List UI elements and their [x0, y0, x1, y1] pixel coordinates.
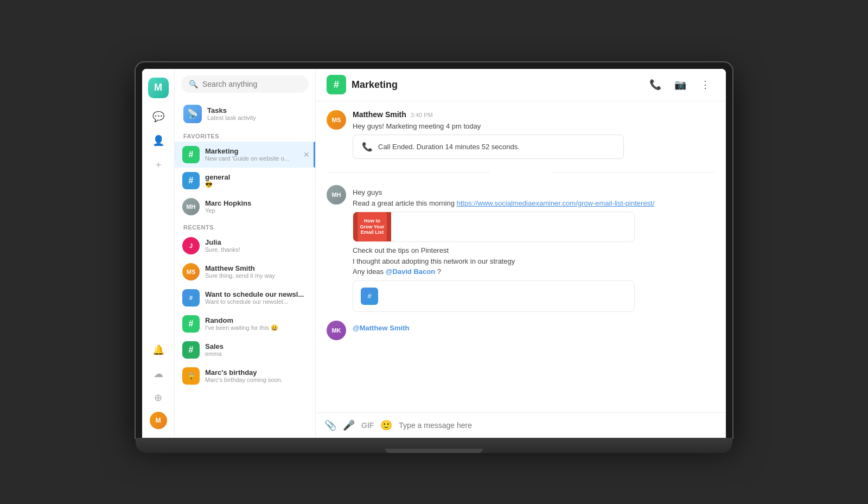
birthday-text: Marc's birthday Marc's birthday coming s…: [205, 368, 283, 383]
favorites-label: FAVORITES: [175, 129, 315, 142]
marc-msg-content: Hey guys Read a great article this morni…: [353, 185, 715, 312]
julia-text: Julia Sure, thanks!: [205, 238, 240, 253]
matthew-mention: @Matthew Smith: [353, 324, 409, 332]
marc-hopkins-text: Marc Hopkins Yep: [205, 199, 251, 214]
sidebar-item-random[interactable]: # Random I've been waiting for this 😀: [175, 311, 315, 337]
message-group-maksym: MK @Matthew Smith: [327, 321, 715, 340]
david-mention: @David Bacon: [386, 267, 435, 276]
chat-area: # Marketing 📞 📷 ⋮ MS Matthew Smith: [316, 69, 726, 438]
marc-msg-line4: I thought about adopting this network in…: [353, 256, 715, 267]
active-indicator: [314, 142, 315, 168]
microphone-icon[interactable]: 🎤: [343, 419, 355, 431]
marc-msg-avatar: MH: [327, 185, 346, 205]
matthew-msg-content: Matthew Smith 3:40 PM Hey guys! Marketin…: [353, 110, 715, 160]
sidebar-item-birthday[interactable]: 🔒 Marc's birthday Marc's birthday coming…: [175, 363, 315, 389]
chat-input-area: 📎 🎤 GIF 🙂: [316, 412, 726, 438]
birthday-icon: 🔒: [182, 367, 200, 385]
marketing-channel-text: Marketing New card 'Guide on website o..…: [205, 147, 289, 162]
chat-messages: MS Matthew Smith 3:40 PM Hey guys! Marke…: [316, 101, 726, 412]
task-card: #: [353, 280, 635, 312]
more-options-button[interactable]: ⋮: [695, 75, 715, 94]
user-avatar[interactable]: M: [148, 78, 169, 98]
tasks-icon: 📡: [183, 105, 202, 123]
channel-header-icon: #: [327, 75, 346, 94]
maksym-msg-avatar: MK: [327, 321, 346, 340]
icon-rail: M 💬 👤 ＋ 🔔 ☁ ⊕ M: [142, 69, 175, 438]
tasks-title: Tasks: [207, 106, 256, 114]
call-ended-text: Call Ended. Duration 14 minutes 52 secon…: [378, 143, 520, 151]
gif-icon[interactable]: GIF: [361, 421, 374, 430]
message-group-marc: MH Hey guys Read a great article this mo…: [327, 185, 715, 312]
matthew-sender-name: Matthew Smith: [353, 110, 406, 119]
help-icon[interactable]: ⊕: [149, 388, 168, 407]
chat-title: Marketing: [352, 79, 398, 91]
sidebar-item-marc-hopkins[interactable]: MH Marc Hopkins Yep: [175, 194, 315, 220]
task-card-icon: #: [361, 288, 378, 305]
laptop-base: [136, 438, 732, 453]
maksym-msg-content: @Matthew Smith: [353, 321, 715, 334]
laptop-wrapper: M 💬 👤 ＋ 🔔 ☁ ⊕ M 🔍: [136, 62, 732, 453]
sidebar: 🔍 📡 Tasks Latest task activity FAVORITES: [175, 69, 316, 438]
sidebar-item-sales[interactable]: # Sales emma: [175, 337, 315, 363]
close-marketing-button[interactable]: ✕: [303, 150, 310, 159]
general-channel-text: general 😎: [205, 173, 230, 188]
notifications-icon[interactable]: 🔔: [149, 340, 168, 360]
matthew-text: Matthew Smith Sure thing, send it my way: [205, 264, 275, 279]
video-button[interactable]: 📷: [671, 75, 690, 94]
marc-msg-line3: Check out the tips on Pinterest: [353, 245, 715, 256]
sidebar-item-julia[interactable]: J Julia Sure, thanks!: [175, 233, 315, 259]
day-divider: [327, 168, 715, 176]
general-hash-icon: #: [182, 172, 200, 189]
newsletter-avatar: #: [182, 289, 200, 307]
sidebar-item-matthew[interactable]: MS Matthew Smith Sure thing, send it my …: [175, 259, 315, 285]
tasks-subtitle: Latest task activity: [207, 114, 256, 121]
search-input[interactable]: [202, 80, 301, 88]
downloads-icon[interactable]: ☁: [149, 364, 168, 384]
chat-header: # Marketing 📞 📷 ⋮: [316, 69, 726, 101]
call-ended-box: 📞 Call Ended. Duration 14 minutes 52 sec…: [353, 135, 624, 159]
sales-hash-icon: #: [182, 341, 200, 359]
julia-avatar: J: [182, 237, 200, 254]
marc-hopkins-avatar: MH: [182, 198, 200, 215]
screen-inner: M 💬 👤 ＋ 🔔 ☁ ⊕ M 🔍: [142, 69, 726, 438]
marc-msg-line1: Hey guys: [353, 187, 715, 198]
matthew-avatar: MS: [182, 263, 200, 280]
article-link[interactable]: https://www.socialmediaexaminer.com/grow…: [456, 199, 654, 207]
marc-msg-line5: Any ideas @David Bacon ?: [353, 266, 715, 277]
call-ended-icon: 📞: [362, 142, 373, 152]
phone-button[interactable]: 📞: [646, 75, 665, 94]
message-group-matthew: MS Matthew Smith 3:40 PM Hey guys! Marke…: [327, 110, 715, 160]
recents-label: RECENTS: [175, 220, 315, 233]
random-text: Random I've been waiting for this 😀: [205, 316, 278, 331]
sidebar-item-marketing[interactable]: # Marketing New card 'Guide on website o…: [175, 142, 315, 168]
user-profile-avatar[interactable]: M: [150, 412, 167, 429]
search-icon: 🔍: [189, 80, 198, 88]
tasks-item[interactable]: 📡 Tasks Latest task activity: [175, 99, 315, 129]
search-bar[interactable]: 🔍: [181, 75, 309, 93]
sales-text: Sales emma: [205, 342, 224, 357]
marc-msg-line2: Read a great article this morning https:…: [353, 198, 715, 209]
maksym-msg-text: @Matthew Smith: [353, 323, 715, 334]
messages-icon[interactable]: 💬: [149, 107, 168, 126]
sidebar-item-general[interactable]: # general 😎: [175, 168, 315, 194]
add-icon[interactable]: ＋: [149, 155, 168, 174]
attachment-icon[interactable]: 📎: [324, 419, 336, 431]
sidebar-item-newsletter[interactable]: # Want to schedule our newsl... Want to …: [175, 285, 315, 311]
laptop-screen: M 💬 👤 ＋ 🔔 ☁ ⊕ M 🔍: [136, 62, 732, 438]
newsletter-text: Want to schedule our newsl... Want to sc…: [205, 290, 304, 305]
marketing-hash-icon: #: [182, 146, 200, 163]
tasks-text: Tasks Latest task activity: [207, 106, 256, 121]
message-input[interactable]: [399, 421, 717, 430]
matthew-msg-avatar: MS: [327, 110, 346, 130]
contacts-icon[interactable]: 👤: [149, 131, 168, 150]
emoji-icon[interactable]: 🙂: [380, 419, 392, 431]
matthew-msg-text: Hey guys! Marketing meeting 4 pm today: [353, 121, 715, 132]
matthew-msg-time: 3:40 PM: [411, 112, 433, 118]
link-preview-image: How to Grow Your Email List: [353, 212, 391, 241]
link-preview: How to Grow Your Email List: [353, 212, 635, 242]
random-hash-icon: #: [182, 315, 200, 333]
